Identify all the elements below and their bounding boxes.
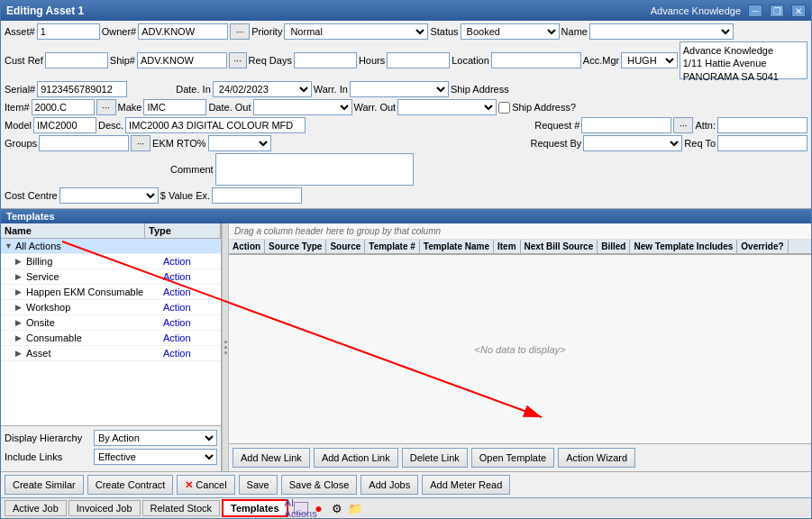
templates-area: Name Type ▼ All Actions ▶ Billing Action…: [1, 223, 811, 471]
item-dots-button[interactable]: ···: [96, 99, 116, 115]
tab-invoiced-job[interactable]: Invoiced Job: [68, 500, 141, 516]
request-dots-button[interactable]: ···: [673, 117, 693, 133]
accmgr-label: Acc.Mgr: [583, 55, 619, 66]
serial-input[interactable]: [37, 81, 127, 97]
asset-input[interactable]: [37, 23, 100, 40]
includelinks-select[interactable]: Effective: [94, 449, 217, 465]
reqdays-input[interactable]: [294, 52, 357, 68]
col-billed: Billed: [598, 240, 630, 253]
attn-label: Attn:: [695, 120, 716, 131]
save-button[interactable]: Save: [239, 475, 278, 495]
valueex-input[interactable]: [212, 187, 302, 204]
shipaddress-checkbox[interactable]: [498, 102, 510, 114]
shipaddress-check-label[interactable]: Ship Address?: [498, 102, 576, 114]
datein-select[interactable]: 24/02/2023: [213, 81, 312, 97]
tab-templates[interactable]: Templates: [222, 499, 288, 517]
arrow-asset: ▶: [15, 349, 26, 358]
create-similar-button[interactable]: Create Similar: [5, 475, 84, 495]
cancel-button[interactable]: ✕ Cancel: [177, 475, 234, 495]
icon-folder[interactable]: 📁: [348, 502, 362, 514]
splitter[interactable]: [222, 223, 229, 471]
tree-type-header: Type: [145, 223, 221, 238]
displayhierarchy-select[interactable]: By Action: [94, 430, 217, 446]
ship-dots-button[interactable]: ···: [229, 52, 247, 68]
item-label: Item#: [5, 102, 30, 113]
close-button[interactable]: ✕: [791, 5, 806, 17]
save-close-button[interactable]: Save & Close: [281, 475, 358, 495]
main-window: Editing Asset 1 Advance Knowledge ─ ❐ ✕ …: [0, 0, 812, 519]
address-line3: PANORAMA SA 5041: [683, 70, 804, 83]
reqdays-label: Req Days: [249, 55, 292, 66]
ship-input[interactable]: [137, 52, 227, 68]
requestby-label: Request By: [530, 138, 581, 149]
add-meter-read-button[interactable]: Add Meter Read: [422, 475, 510, 495]
workshop-type: Action: [163, 302, 217, 313]
icon-red-circle[interactable]: ●: [312, 502, 326, 514]
status-select[interactable]: Booked: [461, 23, 560, 40]
minimize-button[interactable]: ─: [748, 5, 762, 17]
tree-item-workshop[interactable]: ▶ Workshop Action: [1, 300, 221, 315]
add-action-link-button[interactable]: Add Action Link: [314, 448, 398, 468]
ship-label: Ship#: [110, 55, 135, 66]
tree-item-onsite[interactable]: ▶ Onsite Action: [1, 315, 221, 331]
tree-item-asset[interactable]: ▶ Asset Action: [1, 346, 221, 361]
col-action: Action: [229, 240, 265, 253]
title-bar: Editing Asset 1 Advance Knowledge ─ ❐ ✕: [1, 1, 811, 21]
address-line1: Advance Knowledge: [683, 44, 804, 57]
tree-item-service[interactable]: ▶ Service Action: [1, 269, 221, 285]
attn-input[interactable]: [717, 117, 807, 133]
accmgr-select[interactable]: HUGH: [621, 52, 678, 68]
desc-input[interactable]: [125, 117, 306, 133]
custref-input[interactable]: [45, 52, 108, 68]
restore-button[interactable]: ❐: [770, 5, 784, 17]
requestby-select[interactable]: [583, 135, 682, 151]
owner-input[interactable]: [138, 23, 228, 40]
col-sourcetype: Source Type: [265, 240, 326, 253]
icon-ai-actions[interactable]: AI Actions: [294, 502, 308, 514]
comment-textarea[interactable]: [215, 153, 414, 186]
item-input[interactable]: [32, 99, 95, 115]
model-label: Model: [5, 120, 32, 131]
tree-item-happenekm[interactable]: ▶ Happen EKM Consumable Action: [1, 285, 221, 300]
name-select[interactable]: [589, 23, 734, 40]
icon-gear[interactable]: ⚙: [330, 502, 344, 514]
arrow-allactions: ▼: [5, 241, 15, 250]
dateout-label: Date. Out: [208, 102, 251, 113]
groups-input[interactable]: [39, 135, 129, 151]
open-template-button[interactable]: Open Template: [471, 448, 554, 468]
cancel-icon: ✕: [185, 479, 193, 491]
shipaddress-label: Ship Address: [451, 84, 509, 95]
reqto-input[interactable]: [717, 135, 807, 151]
add-jobs-button[interactable]: Add Jobs: [360, 475, 418, 495]
tree-item-billing[interactable]: ▶ Billing Action: [1, 254, 221, 269]
costcentre-select[interactable]: [59, 187, 159, 204]
drag-dot-1: [224, 341, 227, 343]
tree-item-consumable[interactable]: ▶ Consumable Action: [1, 331, 221, 346]
owner-dots-button[interactable]: ···: [230, 23, 250, 40]
window-title: Editing Asset 1: [6, 5, 84, 17]
custref-label: Cust Ref: [5, 55, 43, 66]
templates-section-header: Templates: [1, 209, 811, 223]
ekmrto-select[interactable]: [208, 135, 271, 151]
arrow-service: ▶: [15, 272, 26, 281]
tree-item-allactions[interactable]: ▼ All Actions: [1, 239, 221, 254]
groups-dots-button[interactable]: ···: [131, 135, 151, 151]
make-input[interactable]: [143, 99, 206, 115]
request-input[interactable]: [581, 117, 671, 133]
action-wizard-button[interactable]: Action Wizard: [558, 448, 635, 468]
dateout-select[interactable]: [253, 99, 352, 115]
warrin-select[interactable]: [350, 81, 449, 97]
tab-related-stock[interactable]: Related Stock: [142, 500, 220, 516]
owner-label: Owner#: [102, 26, 137, 37]
create-contract-button[interactable]: Create Contract: [87, 475, 174, 495]
workshop-name: Workshop: [26, 302, 163, 313]
col-override: Override?: [737, 240, 788, 253]
hours-input[interactable]: [387, 52, 450, 68]
location-input[interactable]: [491, 52, 581, 68]
tab-active-job[interactable]: Active Job: [5, 500, 67, 516]
add-new-link-button[interactable]: Add New Link: [233, 448, 310, 468]
model-input[interactable]: [33, 117, 96, 133]
warrout-select[interactable]: [397, 99, 497, 115]
delete-link-button[interactable]: Delete Link: [402, 448, 468, 468]
priority-select[interactable]: Normal: [284, 23, 428, 40]
